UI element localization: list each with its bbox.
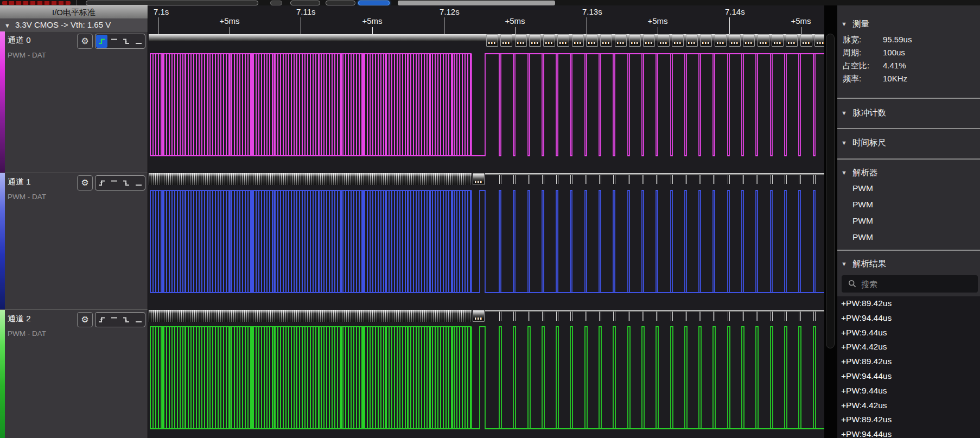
pwm-annotation-box[interactable] — [658, 34, 670, 47]
channel-waveform[interactable] — [149, 190, 824, 293]
toolbar-button[interactable] — [270, 1, 282, 5]
channel-waveform[interactable] — [149, 53, 824, 156]
decode-result-item[interactable]: +PW:89.42us — [837, 354, 980, 369]
decoder-list-item[interactable]: PWM — [852, 216, 907, 228]
pwm-annotation-box[interactable] — [615, 34, 627, 47]
pwm-annotation-box[interactable] — [672, 34, 684, 47]
toolbar-active-button[interactable] — [358, 1, 390, 5]
pwm-annotation-box[interactable] — [729, 34, 741, 47]
trigger-falling-edge-icon[interactable] — [120, 313, 132, 326]
pwm-annotation-box[interactable] — [758, 34, 769, 47]
annotation-tick — [671, 312, 673, 321]
pwm-annotation-box[interactable] — [515, 34, 527, 47]
decode-result-item[interactable]: +PW:9.44us — [837, 384, 980, 398]
decode-result-item[interactable]: +PW:89.42us — [837, 296, 980, 311]
trigger-low-level-icon[interactable] — [133, 176, 144, 189]
trigger-rising-edge-icon[interactable] — [96, 176, 107, 189]
channel-waveform[interactable] — [149, 326, 824, 429]
section-time-ruler[interactable]: ▼ 时间标尺 — [837, 137, 980, 148]
pwm-annotation-box[interactable] — [557, 34, 569, 47]
waveform-view[interactable]: 7.1s+5ms7.11s+5ms7.12s+5ms7.13s+5ms7.14s… — [149, 5, 824, 438]
decoder-annotation-row[interactable] — [149, 310, 824, 323]
pwm-annotation-box[interactable] — [529, 34, 541, 47]
pwm-annotation-box[interactable] — [486, 34, 498, 47]
pwm-annotation-box[interactable] — [814, 34, 824, 47]
annotation-ellipsis-icon — [803, 42, 810, 44]
trigger-low-level-icon[interactable] — [133, 35, 144, 48]
annotation-ellipsis-icon — [731, 42, 739, 44]
major-tick — [301, 17, 301, 36]
trigger-low-level-icon[interactable] — [133, 313, 144, 326]
decode-result-item[interactable]: +PW:94.44us — [837, 427, 980, 438]
annotation-tick — [685, 175, 687, 184]
trigger-falling-edge-icon[interactable] — [120, 176, 132, 189]
pwm-annotation-box[interactable] — [473, 310, 485, 322]
toolbar-mode-button[interactable] — [86, 1, 258, 5]
decode-result-item[interactable]: +PW:4.42us — [837, 340, 980, 354]
decoder-list-item[interactable]: PWM — [852, 232, 907, 244]
pwm-annotation-box[interactable] — [643, 34, 655, 47]
voltage-threshold-row[interactable]: ▼3.3V CMOS -> Vth: 1.65 V — [0, 18, 148, 31]
trigger-high-level-icon[interactable] — [109, 313, 120, 326]
decode-result-item[interactable]: +PW:89.42us — [837, 412, 980, 427]
toolbar-wide-bar[interactable] — [398, 1, 555, 5]
channel-settings-gear-icon[interactable]: ⚙ — [77, 312, 93, 327]
trigger-rising-edge-icon[interactable] — [96, 35, 107, 48]
decode-result-item[interactable]: +PW:9.44us — [837, 326, 980, 340]
io-level-standard-header[interactable]: I/O电平标准 — [0, 5, 148, 18]
trigger-rising-edge-icon[interactable] — [96, 313, 107, 326]
pwm-annotation-box[interactable] — [700, 34, 712, 47]
decode-result-item[interactable]: +PW:4.42us — [837, 398, 980, 413]
pwm-annotation-box[interactable] — [500, 34, 512, 47]
panel-divider — [837, 128, 980, 129]
pwm-annotation-box[interactable] — [572, 34, 584, 47]
channel-settings-gear-icon[interactable]: ⚙ — [77, 34, 93, 49]
toolbar-button[interactable] — [326, 1, 355, 5]
decoder-annotation-row[interactable] — [149, 173, 824, 186]
decode-result-item[interactable]: +PW:94.44us — [837, 369, 980, 384]
decoder-list-item[interactable]: PWM — [852, 200, 907, 212]
decoder-annotation-row[interactable] — [149, 34, 824, 47]
pwm-annotation-box[interactable] — [800, 34, 812, 47]
pwm-annotation-box[interactable] — [786, 34, 798, 47]
trigger-high-level-icon[interactable] — [109, 176, 120, 189]
annotation-ellipsis-icon — [488, 42, 496, 44]
annotation-tick — [799, 175, 801, 184]
pwm-annotation-box[interactable] — [772, 34, 784, 47]
channel-block-1[interactable]: 通道 1⚙PWM - DAT — [0, 173, 148, 309]
pwm-annotation-box[interactable] — [543, 34, 555, 47]
pwm-annotation-box[interactable] — [715, 34, 727, 47]
section-decode-results[interactable]: ▼ 解析结果 — [837, 258, 980, 269]
trigger-high-level-icon[interactable] — [109, 35, 120, 48]
results-search-box[interactable] — [842, 275, 978, 293]
toolbar-button[interactable] — [290, 1, 320, 5]
channel-block-2[interactable]: 通道 2⚙PWM - DAT — [0, 309, 148, 438]
decoder-list-item[interactable]: PWM — [852, 183, 907, 195]
search-input[interactable] — [861, 276, 972, 291]
pwm-annotation-box[interactable] — [743, 34, 755, 47]
record-indicator-icon — [2, 1, 71, 5]
pwm-annotation-box[interactable] — [686, 34, 698, 47]
trigger-falling-edge-icon[interactable] — [120, 35, 132, 48]
annotation-ellipsis-icon — [788, 42, 796, 44]
section-decoder[interactable]: ▼ 解析器 — [837, 167, 980, 178]
annotation-tick — [542, 175, 544, 184]
annotation-tick — [728, 312, 730, 321]
annotation-tick — [642, 175, 644, 184]
channel-block-0[interactable]: 通道 0⚙PWM - DAT — [0, 31, 148, 173]
channel-settings-gear-icon[interactable]: ⚙ — [77, 175, 93, 191]
pwm-annotation-box[interactable] — [586, 34, 598, 47]
annotation-ellipsis-icon — [817, 42, 824, 44]
section-measure[interactable]: ▼ 测量 — [837, 18, 980, 29]
annotation-tick — [742, 175, 744, 184]
annotation-tick — [542, 312, 544, 321]
pwm-annotation-box[interactable] — [629, 34, 641, 47]
pwm-annotation-box[interactable] — [473, 173, 485, 185]
pwm-annotation-box[interactable] — [600, 34, 612, 47]
annotation-tick — [513, 175, 516, 184]
decode-result-item[interactable]: +PW:94.44us — [837, 311, 980, 326]
vertical-scrollbar[interactable] — [824, 5, 837, 438]
section-pulse-count[interactable]: ▼ 脉冲计数 — [837, 107, 980, 118]
scrollbar-thumb[interactable] — [826, 34, 835, 348]
decode-results-list[interactable]: +PW:89.42us+PW:94.44us+PW:9.44us+PW:4.42… — [837, 296, 980, 438]
